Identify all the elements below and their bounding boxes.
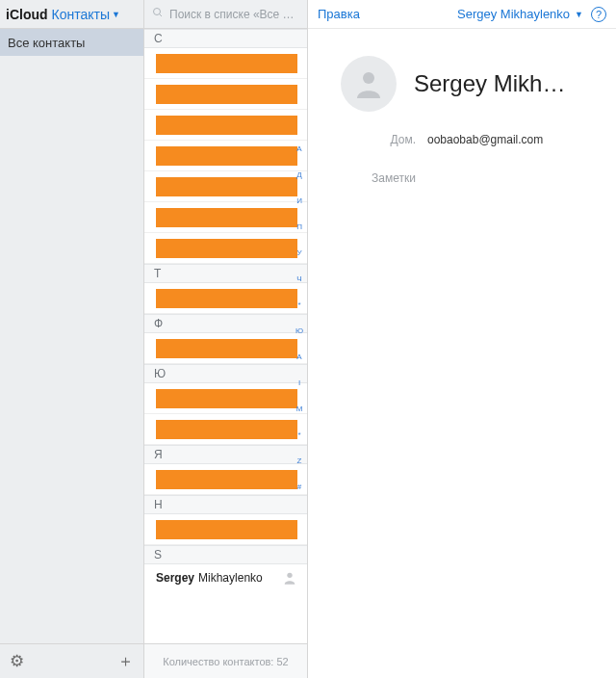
plus-icon[interactable]: ＋ <box>117 650 134 672</box>
contact-row-redacted[interactable] <box>144 414 307 445</box>
edit-button[interactable]: Правка <box>318 7 360 21</box>
svg-line-1 <box>160 14 163 17</box>
profile-block: Sergey Mikh… <box>308 29 616 129</box>
contact-row-redacted[interactable] <box>144 464 307 495</box>
svg-point-2 <box>287 573 292 578</box>
sidebar-footer: ⚙ ＋ <box>0 643 143 678</box>
contacts-list-body[interactable]: СТФЮЯHSSergeyMikhaylenko АДИПУЧ*ЮAIM*Z# <box>144 29 307 643</box>
contacts-count-footer: Количество контактов: 52 <box>144 643 307 678</box>
contact-row-redacted[interactable] <box>144 171 307 202</box>
chevron-down-icon: ▼ <box>575 10 583 19</box>
sidebar-spacer <box>0 56 143 643</box>
redacted-block <box>156 239 297 258</box>
contact-row-redacted[interactable] <box>144 202 307 233</box>
account-dropdown[interactable]: Sergey Mikhaylenko ▼ <box>457 7 583 21</box>
contact-row-redacted[interactable] <box>144 233 307 264</box>
contact-row-redacted[interactable] <box>144 283 307 314</box>
module-dropdown-label: Контакты <box>52 7 110 22</box>
list-section-header: Я <box>144 445 307 464</box>
app-root: iCloud Контакты ▼ Все контакты ⚙ ＋ Поиск… <box>0 0 616 678</box>
redacted-block <box>156 389 297 408</box>
redacted-block <box>156 116 297 135</box>
list-section-header: S <box>144 545 307 564</box>
notes-row: Заметки <box>308 168 616 189</box>
brand-label: iCloud <box>6 7 48 22</box>
email-value[interactable]: oobaobab@gmail.com <box>427 133 543 146</box>
list-section-header: H <box>144 495 307 514</box>
groups-sidebar: iCloud Контакты ▼ Все контакты ⚙ ＋ <box>0 0 144 678</box>
redacted-block <box>156 520 297 539</box>
contact-row-redacted[interactable] <box>144 383 307 414</box>
contact-row-redacted[interactable] <box>144 79 307 110</box>
redacted-block <box>156 177 297 196</box>
email-row: Дом. oobaobab@gmail.com <box>308 129 616 150</box>
contact-row-redacted[interactable] <box>144 333 307 364</box>
contact-row-redacted[interactable] <box>144 141 307 171</box>
redacted-block <box>156 85 297 104</box>
contacts-list-column: Поиск в списке «Все … СТФЮЯHSSergeyMikha… <box>144 0 308 678</box>
group-label: Все контакты <box>8 36 85 50</box>
sidebar-header: iCloud Контакты ▼ <box>0 0 143 29</box>
contact-row-selected[interactable]: SergeyMikhaylenko <box>144 564 307 591</box>
list-section-header: Т <box>144 264 307 283</box>
redacted-block <box>156 146 297 166</box>
search-placeholder: Поиск в списке «Все … <box>169 8 295 21</box>
person-icon <box>282 570 297 586</box>
contact-detail-pane: Правка Sergey Mikhaylenko ▼ ? Sergey Mik… <box>308 0 616 678</box>
person-icon <box>351 66 386 101</box>
redacted-block <box>156 289 297 308</box>
contact-row-redacted[interactable] <box>144 48 307 79</box>
group-all-contacts[interactable]: Все контакты <box>0 29 143 56</box>
avatar <box>341 56 397 112</box>
detail-header: Правка Sergey Mikhaylenko ▼ ? <box>308 0 616 29</box>
notes-label: Заметки <box>308 171 427 185</box>
contact-first-name: Sergey <box>156 571 194 585</box>
contacts-count: Количество контактов: 52 <box>163 656 288 667</box>
svg-point-3 <box>363 72 374 84</box>
search-input[interactable]: Поиск в списке «Все … <box>144 0 307 29</box>
gear-icon[interactable]: ⚙ <box>10 651 24 671</box>
search-icon <box>152 7 164 21</box>
list-section-header: Ю <box>144 364 307 383</box>
redacted-block <box>156 339 297 358</box>
contact-last-name: Mikhaylenko <box>198 571 263 585</box>
redacted-block <box>156 420 297 439</box>
email-label: Дом. <box>308 133 427 146</box>
chevron-down-icon: ▼ <box>112 10 120 19</box>
contact-row-redacted[interactable] <box>144 514 307 545</box>
list-section-header: Ф <box>144 314 307 333</box>
account-name: Sergey Mikhaylenko <box>457 7 570 21</box>
redacted-block <box>156 54 297 73</box>
redacted-block <box>156 470 297 489</box>
redacted-block <box>156 208 297 227</box>
module-dropdown[interactable]: Контакты ▼ <box>52 7 120 22</box>
list-section-header: С <box>144 29 307 48</box>
contact-display-name: Sergey Mikh… <box>414 70 565 97</box>
svg-point-0 <box>154 9 161 15</box>
contact-row-redacted[interactable] <box>144 110 307 141</box>
help-icon[interactable]: ? <box>591 7 606 22</box>
